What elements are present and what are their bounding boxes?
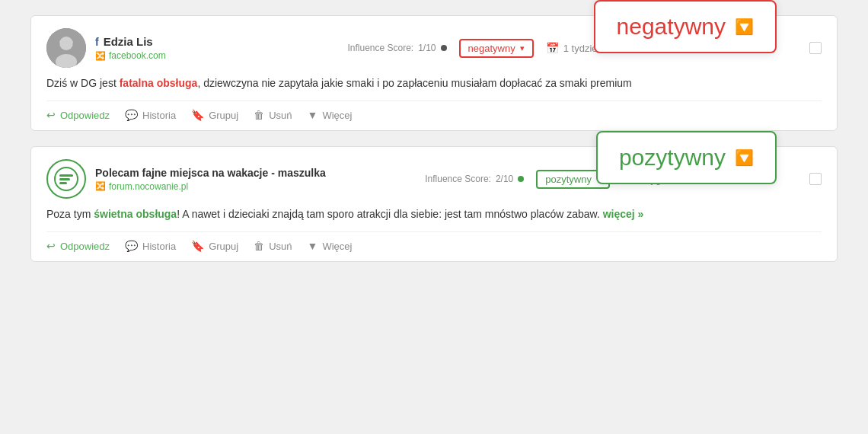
influence-score-1: Influence Score: 1/10 (347, 43, 446, 53)
floating-badge-label: negatywny (617, 14, 726, 40)
floating-badge-positive: pozytywny 🔽 (596, 131, 777, 184)
facebook-icon: f (95, 36, 99, 48)
avatar-2 (46, 159, 86, 199)
more-link-2[interactable]: więcej » (600, 208, 644, 220)
score-dot-2 (518, 176, 524, 182)
more-button-1[interactable]: ▼ Więcej (308, 109, 353, 121)
group-icon-1: 🔖 (191, 109, 204, 121)
delete-button-1[interactable]: 🗑 Usuń (254, 109, 292, 121)
reply-icon-2: ↩ (46, 240, 56, 252)
author-info-1: f Edzia Lis 🔀 facebook.com (95, 35, 166, 61)
group-button-1[interactable]: 🔖 Grupuj (191, 109, 238, 121)
svg-rect-7 (59, 178, 70, 180)
card-wrapper-1: negatywny 🔽 f Edzia Lis (30, 15, 838, 131)
history-button-1[interactable]: 💬 Historia (125, 109, 176, 121)
share-icon-1: 🔀 (95, 51, 106, 61)
delete-icon-2: 🗑 (254, 240, 264, 252)
card-actions-1: ↩ Odpowiedz 💬 Historia 🔖 Grupuj 🗑 Usuń ▼… (46, 101, 822, 121)
history-button-2[interactable]: 💬 Historia (125, 240, 176, 252)
calendar-icon-1: 📅 (546, 42, 559, 54)
more-button-2[interactable]: ▼ Więcej (308, 240, 353, 252)
card-actions-2: ↩ Odpowiedz 💬 Historia 🔖 Grupuj 🗑 Usuń ▼… (46, 231, 822, 252)
author-name-1: f Edzia Lis (95, 35, 166, 48)
sentiment-badge-1[interactable]: negatywny ▾ (459, 39, 534, 58)
svg-point-1 (59, 37, 73, 50)
avatar-1 (46, 28, 86, 68)
reply-icon-1: ↩ (46, 109, 56, 121)
influence-score-2: Influence Score: 2/10 (425, 174, 524, 184)
checkbox-2[interactable] (809, 173, 822, 185)
group-icon-2: 🔖 (191, 240, 204, 252)
checkbox-1[interactable] (809, 42, 822, 54)
source-link-2[interactable]: 🔀 forum.nocowanie.pl (95, 181, 326, 192)
floating-badge-negative: negatywny 🔽 (594, 0, 777, 53)
chevron-icon-1: ▾ (520, 43, 525, 53)
card-content-2: Poza tym świetna obsługa! A nawet i dzie… (46, 206, 822, 222)
floating-chevron-icon: 🔽 (735, 18, 754, 36)
reply-button-2[interactable]: ↩ Odpowiedz (46, 240, 110, 252)
delete-icon-1: 🗑 (254, 109, 264, 121)
more-icon-2: ▼ (308, 240, 318, 252)
score-dot-1 (441, 45, 447, 51)
card-content-1: Dziś w DG jest fatalna obsługa, dziewczy… (46, 75, 822, 91)
history-icon-1: 💬 (125, 109, 138, 121)
source-link-1[interactable]: 🔀 facebook.com (95, 50, 166, 61)
card-wrapper-2: pozytywny 🔽 Polecam fajne miejsca na wak… (30, 146, 838, 262)
floating-chevron-positive-icon: 🔽 (735, 148, 754, 167)
more-icon-1: ▼ (308, 109, 318, 121)
author-name-2: Polecam fajne miejsca na wakacje - maszu… (95, 167, 326, 179)
delete-button-2[interactable]: 🗑 Usuń (254, 240, 292, 252)
author-info-2: Polecam fajne miejsca na wakacje - maszu… (95, 167, 326, 192)
floating-badge-positive-label: pozytywny (619, 145, 726, 171)
svg-rect-8 (59, 182, 67, 184)
header-meta-1: Influence Score: 1/10 negatywny ▾ 📅 1 ty… (347, 39, 627, 58)
share-icon-2: 🔀 (95, 181, 106, 191)
svg-rect-6 (59, 174, 73, 177)
history-icon-2: 💬 (125, 240, 138, 252)
reply-button-1[interactable]: ↩ Odpowiedz (46, 109, 110, 121)
group-button-2[interactable]: 🔖 Grupuj (191, 240, 238, 252)
